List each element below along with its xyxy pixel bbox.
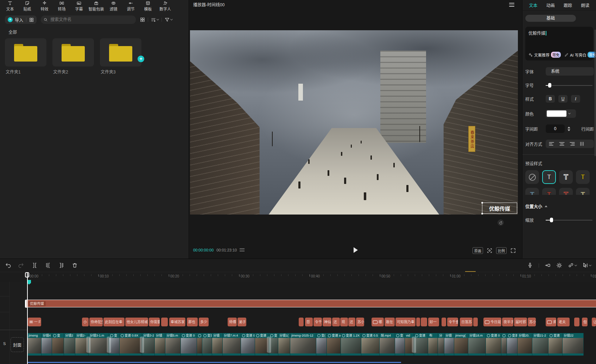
preset-olive[interactable]: T — [576, 188, 590, 195]
video-clip[interactable]: 分镜7.m:4 — [223, 333, 241, 356]
subtitle-clip[interactable] — [473, 318, 478, 326]
playhead-line[interactable] — [27, 272, 28, 364]
subtitle-clip[interactable]: 让 — [592, 318, 596, 326]
italic-button[interactable]: I — [571, 95, 580, 103]
select-mode-button[interactable] — [582, 262, 591, 268]
subtitle-clip[interactable]: 哪 — [372, 318, 384, 326]
letter-spacing-input[interactable]: 0 — [546, 124, 565, 133]
subtitle-clip[interactable]: 令千 — [313, 318, 322, 326]
subtitle-clip[interactable]: 但 — [582, 318, 588, 326]
search-input[interactable] — [50, 17, 133, 23]
video-clip[interactable]: 分镜 — [444, 333, 454, 356]
subtitle-clip[interactable]: 求 — [546, 318, 556, 326]
subtitle-clip[interactable]: 此刻应在奉 — [103, 318, 125, 326]
overwrite-mode-button[interactable] — [545, 262, 551, 268]
subtitle-clip[interactable]: 今日是 — [483, 318, 501, 326]
video-clip[interactable]: 变 — [269, 333, 278, 356]
delete-button[interactable] — [72, 262, 78, 268]
subtitle-clip[interactable] — [442, 318, 446, 326]
subtitle-clip[interactable]: 日落苏 — [460, 318, 473, 326]
video-clip[interactable]: 布 — [428, 333, 438, 356]
subtitle-clip[interactable]: 你命犯生 — [89, 318, 103, 326]
folder-card[interactable]: 文件夹1 — [5, 38, 46, 75]
subtitle-clip[interactable] — [421, 318, 427, 326]
tab-text-props[interactable]: 文本 — [529, 2, 538, 8]
subtitle-clip[interactable]: 可知我乃奉 — [395, 318, 416, 326]
subtitle-clip[interactable]: 苏小 — [356, 318, 364, 326]
fullscreen-icon[interactable] — [511, 248, 516, 253]
record-voiceover-button[interactable] — [527, 262, 533, 268]
selected-text-clip[interactable]: 优鲸传媒 — [27, 300, 596, 307]
section-label-all[interactable]: 全部 — [8, 29, 189, 35]
import-button[interactable]: + 导入 — [5, 15, 37, 24]
player-menu-button[interactable] — [509, 3, 514, 7]
video-clip[interactable]: 变速 0.8X — [120, 333, 142, 356]
video-clip[interactable]: 分镜21-2 — [532, 333, 549, 356]
split-delete-left-button[interactable] — [45, 262, 51, 268]
timeline-ruler[interactable]: 00:00 00:10 00:20 00:30 00:40 00:50 01:0… — [0, 272, 596, 282]
video-clip[interactable]: jimeng-2025-12 — [290, 333, 316, 356]
preset-blue[interactable]: T — [525, 188, 539, 195]
text-content-input[interactable]: 优鲸传媒 文案推荐 限免 AI 写旁白 限免 — [525, 27, 593, 60]
subtitle-clip[interactable] — [574, 318, 579, 326]
subtitle-clip[interactable]: 届时邪 — [514, 318, 527, 326]
video-clip[interactable]: 分镜4 — [42, 333, 52, 356]
selection-handle[interactable] — [481, 213, 483, 215]
preset-yellow[interactable]: T — [576, 170, 590, 184]
subtitle-clip[interactable]: 多少 — [199, 318, 209, 326]
video-clip[interactable]: 变速 — [414, 333, 428, 356]
video-clip[interactable]: 变速 1.2X — [341, 333, 361, 356]
subtitle-clip[interactable]: 怨 — [305, 318, 313, 326]
folder-card[interactable]: 文件夹2 — [52, 38, 94, 75]
subtitle-clip[interactable]: 他女儿苏倾城 — [125, 318, 148, 326]
video-clip[interactable]: jimeng — [27, 333, 42, 356]
audio-track-strip[interactable] — [27, 362, 401, 363]
subtitle-clip[interactable]: 令千金 — [447, 318, 458, 326]
ratio-button[interactable]: 比例 — [496, 247, 507, 254]
subtitle-clip[interactable]: 师傅 — [228, 318, 237, 326]
video-clip[interactable]: 分镜3-1.m — [89, 333, 109, 356]
slider-knob[interactable] — [548, 83, 551, 88]
ai-voiceover-button[interactable]: AI 写旁白 — [570, 52, 586, 58]
video-clip[interactable]: 变速 — [507, 333, 518, 356]
copy-suggest-button[interactable]: 文案推荐 — [534, 52, 550, 58]
folder-card[interactable]: + 文件夹3 — [100, 38, 141, 75]
subtitle-clip[interactable]: 好一 — [428, 318, 439, 326]
align-vertical-icon[interactable] — [579, 142, 584, 146]
subtitle-clip[interactable]: 小 — [82, 318, 89, 326]
search-box[interactable] — [41, 15, 136, 24]
cover-button[interactable]: 封面 — [11, 337, 24, 352]
font-size-slider[interactable] — [546, 85, 592, 86]
video-clip[interactable]: 变速 a( — [327, 333, 341, 356]
tab-effects[interactable]: 特效 — [36, 1, 53, 12]
align-center-icon[interactable] — [559, 142, 565, 146]
subtitle-clip[interactable]: 还 — [348, 318, 355, 326]
align-left-icon[interactable] — [549, 142, 554, 146]
subtitle-clip[interactable]: 神仙 — [323, 318, 331, 326]
video-preview[interactable]: 春来茶店 优鲸传媒 — [190, 30, 518, 215]
split-button[interactable] — [32, 262, 38, 268]
quality-button[interactable]: 原画 — [473, 247, 483, 254]
subtitle-clip[interactable]: 现 — [340, 318, 348, 326]
scale-slider[interactable] — [546, 220, 592, 221]
preset-white-selected[interactable]: T — [542, 170, 556, 184]
preset-outline[interactable]: T — [559, 170, 573, 184]
subtitle-clip[interactable]: 夜半子 — [502, 318, 513, 326]
rotate-handle[interactable] — [497, 219, 504, 226]
redo-button[interactable] — [18, 262, 24, 268]
subtitle-clip[interactable]: 苏小 — [528, 318, 536, 326]
tab-filters[interactable]: 滤镜 — [105, 1, 122, 12]
video-clip[interactable]: 分 — [438, 333, 444, 356]
video-clip[interactable]: 分镜 — [212, 333, 223, 356]
filter-button[interactable] — [165, 17, 172, 22]
video-clip[interactable]: 变速 0 — [181, 333, 197, 356]
sort-button[interactable] — [151, 17, 159, 22]
position-size-section[interactable]: 位置大小 — [525, 203, 596, 209]
tab-tracking[interactable]: 跟踪 — [564, 2, 572, 8]
tab-animation[interactable]: 动画 — [546, 2, 555, 8]
video-clip[interactable]: 变 — [197, 333, 202, 356]
watermark-selection-box[interactable]: 优鲸传媒 — [482, 203, 517, 214]
subtitle-clip[interactable]: 还 — [332, 318, 340, 326]
playhead-handle[interactable] — [25, 272, 29, 277]
tab-text[interactable]: 文本 — [1, 1, 19, 12]
